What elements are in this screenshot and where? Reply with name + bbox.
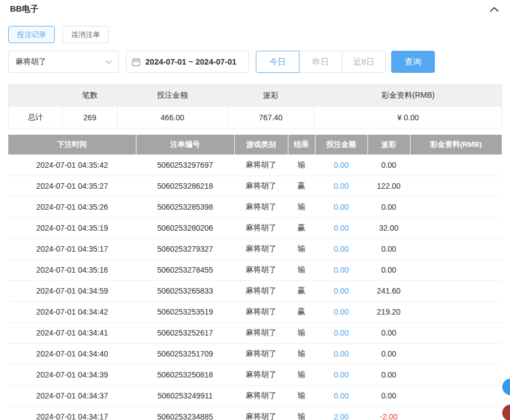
game-type-cell: 麻将胡了 [234,406,288,420]
game-type-cell: 麻将胡了 [234,322,288,343]
payout-cell: 122.00 [367,176,410,196]
order-number-cell: 5060253251709 [136,343,234,364]
bet-amount-link[interactable]: 0.00 [315,301,367,322]
result-cell: 赢 [288,280,315,301]
game-select-value: 麻将胡了 [15,57,46,67]
header-payout: 派彩 [367,135,410,155]
bet-time-cell: 2024-07-01 04:34:41 [8,322,136,343]
today-button[interactable]: 今日 [256,51,299,73]
yesterday-button[interactable]: 昨日 [299,51,343,73]
bet-time-cell: 2024-07-01 04:34:37 [8,385,136,406]
bet-amount-link[interactable]: 0.00 [315,280,367,301]
records-tbody: 2024-07-01 04:35:425060253297697麻将胡了输0.0… [8,155,502,420]
bet-amount-link[interactable]: 0.00 [315,259,367,280]
tab-bet-records[interactable]: 投注记录 [8,26,55,43]
tab-bar: 投注记录 连消注单 [8,26,510,43]
bet-amount-link[interactable]: 0.00 [315,196,367,217]
bonus-cell [410,176,502,196]
header-order-number: 注单编号 [136,135,234,155]
record-row: 2024-07-01 04:35:195060253280206麻将胡了赢0.0… [8,217,502,238]
order-number-cell: 5060253265833 [136,280,234,301]
record-row: 2024-07-01 04:34:425060253253519麻将胡了赢0.0… [8,301,502,322]
payout-cell: 0.00 [367,364,410,385]
search-button[interactable]: 查询 [391,51,435,73]
summary-total-bonus: ¥ 0.00 [314,107,502,129]
game-type-cell: 麻将胡了 [234,364,288,385]
bet-amount-link[interactable]: 0.00 [315,343,367,364]
result-cell: 赢 [288,217,315,238]
order-number-cell: 5060253297697 [136,155,234,176]
bet-amount-link[interactable]: 0.00 [315,322,367,343]
order-number-cell: 5060253253519 [136,301,234,322]
payout-cell: 0.00 [367,238,410,259]
bet-amount-link[interactable]: 0.00 [315,217,367,238]
order-number-cell: 5060253286218 [136,176,234,196]
payout-cell: 0.00 [367,259,410,280]
floating-service-button[interactable] [502,379,510,395]
order-number-cell: 5060253249911 [136,385,234,406]
bet-amount-link[interactable]: 0.00 [315,155,367,176]
record-row: 2024-07-01 04:35:275060253286218麻将胡了赢0.0… [8,176,502,196]
record-row: 2024-07-01 04:34:375060253249911麻将胡了输0.0… [8,385,502,406]
header-bet-time: 下注时间 [8,135,136,155]
game-type-cell: 麻将胡了 [234,196,288,217]
bet-time-cell: 2024-07-01 04:34:42 [8,301,136,322]
game-type-cell: 麻将胡了 [234,280,288,301]
payout-cell: 241.60 [367,280,410,301]
header-bonus: 彩金资料(RMB) [410,135,502,155]
order-number-cell: 5060253234885 [136,406,234,420]
bonus-cell [410,280,502,301]
bet-amount-link[interactable]: 0.00 [315,385,367,406]
summary-total-payout: 767.40 [228,107,314,129]
payout-cell: 0.00 [367,343,410,364]
summary-header-bonus: 彩金资料(RMB) [314,84,502,107]
order-number-cell: 5060253250818 [136,364,234,385]
order-number-cell: 5060253285398 [136,196,234,217]
bonus-cell [410,155,502,176]
bet-time-cell: 2024-07-01 04:34:39 [8,364,136,385]
bet-time-cell: 2024-07-01 04:35:42 [8,155,136,176]
bet-time-cell: 2024-07-01 04:35:16 [8,259,136,280]
result-cell: 输 [288,238,315,259]
header-game-type: 游戏类别 [234,135,288,155]
floating-chat-button[interactable] [502,405,510,420]
bonus-cell [410,322,502,343]
result-cell: 输 [288,322,315,343]
header-bet-amount: 投注金额 [315,135,367,155]
bet-time-cell: 2024-07-01 04:34:40 [8,343,136,364]
payout-cell: 32.00 [367,217,410,238]
bonus-cell [410,196,502,217]
calendar-icon [132,58,140,66]
bet-amount-link[interactable]: 0.00 [315,364,367,385]
game-type-cell: 麻将胡了 [234,155,288,176]
bet-amount-link[interactable]: 2.00 [315,406,367,420]
page-title: BB电子 [10,4,39,14]
bet-amount-link[interactable]: 0.00 [315,238,367,259]
record-row: 2024-07-01 04:35:165060253278455麻将胡了输0.0… [8,259,502,280]
game-type-cell: 麻将胡了 [234,238,288,259]
game-select[interactable]: 麻将胡了 [8,51,119,73]
result-cell: 输 [288,406,315,420]
records-table: 下注时间 注单编号 游戏类别 结果 投注金额 派彩 彩金资料(RMB) 2024… [8,135,502,420]
date-range-input[interactable]: 2024-07-01 ~ 2024-07-01 [126,51,249,73]
bet-amount-link[interactable]: 0.00 [315,176,367,196]
bonus-cell [410,385,502,406]
collapse-panel-button[interactable] [490,6,499,13]
last-8-days-button[interactable]: 近8日 [342,51,386,73]
bet-time-cell: 2024-07-01 04:35:27 [8,176,136,196]
record-row: 2024-07-01 04:34:415060253252617麻将胡了输0.0… [8,322,502,343]
tab-canceled-orders[interactable]: 连消注单 [62,26,109,43]
result-cell: 赢 [288,176,315,196]
order-number-cell: 5060253252617 [136,322,234,343]
header-result: 结果 [288,135,315,155]
order-number-cell: 5060253278455 [136,259,234,280]
bet-time-cell: 2024-07-01 04:35:19 [8,217,136,238]
quick-date-group: 今日 昨日 近8日 [256,51,386,73]
date-range-value: 2024-07-01 ~ 2024-07-01 [145,57,236,66]
summary-header-bet-amount: 投注金额 [118,84,228,107]
bet-time-cell: 2024-07-01 04:35:26 [8,196,136,217]
summary-total-count: 269 [62,107,118,129]
bonus-cell [410,364,502,385]
bet-time-cell: 2024-07-01 04:34:59 [8,280,136,301]
order-number-cell: 5060253280206 [136,217,234,238]
